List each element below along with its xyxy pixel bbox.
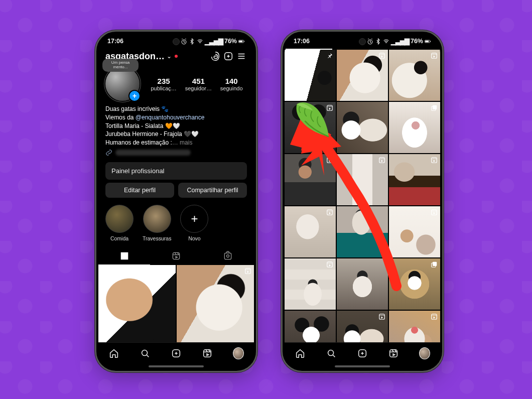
screen-grid: 17:06 ▁▃▅▇ 76%	[285, 34, 440, 369]
share-profile-button[interactable]: Compartilhar perfil	[178, 183, 247, 198]
add-story-badge[interactable]: +	[128, 90, 141, 102]
pin-badge-icon	[166, 267, 174, 275]
redacted-link	[115, 150, 191, 156]
svg-rect-26	[433, 262, 437, 266]
highlight-label: Comida	[110, 235, 128, 241]
highlight-label: Novo	[188, 235, 201, 241]
svg-point-9	[142, 350, 148, 356]
reel-badge-icon	[430, 156, 438, 164]
post-thumbnail[interactable]	[337, 311, 388, 342]
nav-profile[interactable]	[233, 348, 244, 359]
stat-followers-value: 451	[185, 77, 212, 85]
posts-grid[interactable]	[285, 50, 440, 342]
menu-icon[interactable]	[236, 51, 247, 62]
svg-rect-1	[239, 40, 242, 42]
stat-followers[interactable]: 451 seguidor…	[185, 77, 212, 91]
notification-dot	[175, 55, 178, 58]
svg-rect-11	[204, 350, 211, 357]
stat-posts-value: 235	[151, 77, 176, 85]
post-thumbnail[interactable]	[337, 50, 388, 101]
chevron-down-icon[interactable]: ⌄	[167, 53, 172, 60]
post-thumbnail[interactable]	[285, 311, 336, 342]
bio-mention-link[interactable]: @enquantohouverchance	[136, 114, 205, 121]
svg-rect-16	[432, 53, 437, 59]
post-thumbnail[interactable]	[337, 206, 388, 257]
reel-badge-icon	[430, 52, 438, 60]
tab-tagged[interactable]	[202, 247, 254, 264]
post-thumbnail[interactable]	[389, 258, 440, 310]
post-thumbnail[interactable]	[285, 50, 336, 101]
tab-reels[interactable]	[150, 247, 202, 264]
tab-grid[interactable]	[98, 247, 150, 265]
post-thumbnail[interactable]	[389, 102, 440, 153]
edit-profile-button[interactable]: Editar perfil	[105, 183, 174, 198]
nav-home[interactable]	[295, 348, 306, 359]
post-thumbnail[interactable]	[389, 311, 440, 342]
post-thumbnail[interactable]	[177, 265, 254, 342]
svg-rect-14	[430, 41, 431, 42]
highlight-new[interactable]: + Novo	[180, 205, 208, 241]
post-thumbnail[interactable]	[337, 154, 388, 205]
reel-badge-icon	[326, 104, 334, 112]
nav-reels[interactable]	[388, 348, 399, 359]
nav-create[interactable]	[357, 348, 368, 359]
stats-row: 235 publicaç… 451 seguidor… 140 seguindo	[147, 77, 247, 91]
svg-rect-18	[433, 105, 437, 109]
nav-reels[interactable]	[202, 348, 213, 359]
nav-avatar	[419, 347, 430, 359]
bio-link-row[interactable]	[98, 148, 254, 159]
reel-badge-icon	[326, 260, 334, 269]
highlight-comida[interactable]: Comida	[105, 205, 134, 241]
highlight-travessuras[interactable]: Travessuras	[143, 205, 171, 241]
nav-create[interactable]	[171, 348, 182, 359]
avatar-wrapper[interactable]: Um pensa mento... +	[105, 67, 140, 101]
bottom-nav	[98, 342, 254, 364]
reel-badge-icon	[430, 313, 438, 321]
note-bubble[interactable]: Um pensa mento...	[102, 59, 139, 72]
nav-search[interactable]	[326, 348, 337, 359]
profile-grid-preview	[98, 265, 254, 342]
post-thumbnail[interactable]	[285, 154, 336, 205]
bio-line-5-prefix: Humanos de estimação :	[105, 139, 172, 146]
post-thumbnail[interactable]	[389, 50, 440, 101]
bio-more-link[interactable]: … mais	[172, 139, 193, 146]
nav-home[interactable]	[108, 348, 119, 359]
nav-profile[interactable]	[419, 348, 430, 359]
pro-dashboard-panel[interactable]: Painel profissional	[105, 162, 247, 180]
svg-rect-25	[327, 262, 333, 268]
bluetooth-icon	[189, 38, 195, 45]
reel-badge-icon	[326, 208, 334, 216]
svg-rect-5	[225, 253, 231, 259]
reel-badge-icon	[244, 267, 252, 275]
create-icon[interactable]	[223, 51, 234, 62]
profile-info-row: Um pensa mento... + 235 publicaç… 451 se…	[98, 64, 254, 101]
post-thumbnail[interactable]	[337, 102, 388, 153]
stat-following[interactable]: 140 seguindo	[220, 77, 243, 91]
bio-line-2: Viemos da @enquantohouverchance	[105, 113, 247, 122]
nav-search[interactable]	[140, 348, 151, 359]
highlight-new-cover: +	[180, 205, 208, 233]
highlight-cover	[143, 205, 171, 233]
highlight-label: Travessuras	[143, 235, 171, 241]
post-thumbnail[interactable]	[98, 265, 176, 342]
post-thumbnail[interactable]	[337, 258, 388, 310]
reel-badge-icon	[378, 156, 386, 164]
front-camera-hole	[359, 38, 366, 45]
reel-badge-icon	[430, 208, 438, 216]
post-thumbnail[interactable]	[285, 206, 336, 257]
post-thumbnail[interactable]	[389, 206, 440, 257]
svg-rect-29	[432, 314, 437, 320]
threads-icon[interactable]	[210, 51, 221, 62]
stat-following-value: 140	[220, 77, 243, 85]
bluetooth-icon	[375, 38, 381, 45]
post-thumbnail[interactable]	[285, 102, 336, 153]
post-thumbnail[interactable]	[389, 154, 440, 205]
post-thumbnail[interactable]	[285, 258, 336, 310]
highlight-cover	[105, 205, 134, 233]
front-camera-hole	[173, 38, 180, 45]
link-icon	[105, 149, 112, 156]
wifi-icon	[383, 38, 389, 45]
stat-posts[interactable]: 235 publicaç…	[151, 77, 176, 91]
gesture-bar	[98, 364, 254, 369]
bio-line-3: Tortilla Maria - Sialata 🧡🤍	[105, 122, 247, 130]
